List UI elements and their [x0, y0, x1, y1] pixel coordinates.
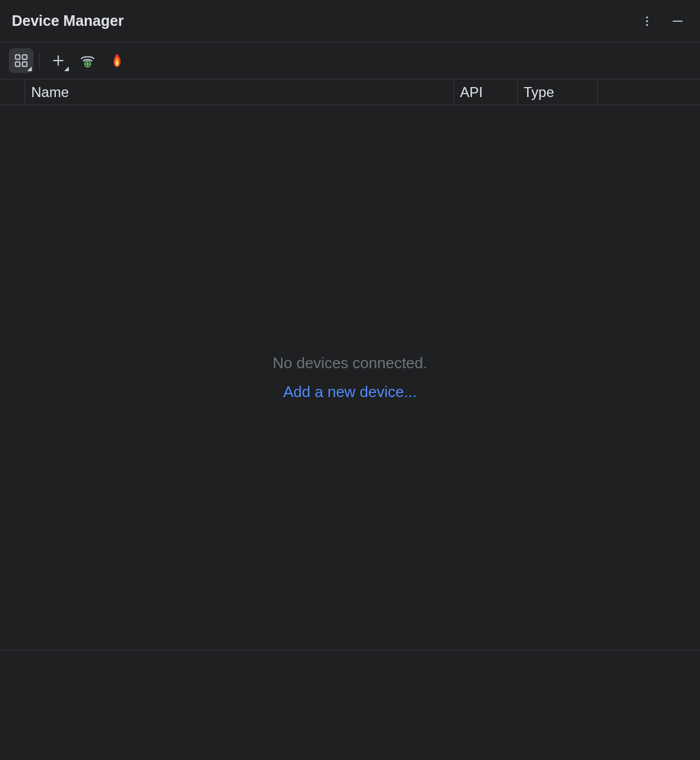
minimize-button[interactable]: [667, 11, 688, 32]
wifi-add-icon: [79, 52, 96, 69]
svg-rect-4: [15, 55, 20, 59]
svg-rect-5: [22, 55, 27, 59]
panel-title: Device Manager: [12, 12, 124, 29]
column-api[interactable]: API: [454, 79, 518, 105]
empty-state: No devices connected. Add a new device..…: [0, 105, 700, 651]
svg-point-1: [646, 20, 648, 22]
more-vertical-icon: [641, 15, 654, 28]
flame-icon: [110, 52, 124, 69]
pair-wifi-button[interactable]: [75, 48, 100, 73]
svg-rect-6: [15, 62, 20, 66]
column-expand: [0, 79, 25, 105]
expand-marker-icon: [27, 66, 32, 71]
svg-point-2: [646, 24, 648, 25]
firebase-button[interactable]: [105, 48, 129, 73]
panel-footer: [0, 651, 700, 760]
toolbar-separator: [39, 52, 40, 69]
column-type[interactable]: Type: [518, 79, 598, 105]
more-options-button[interactable]: [636, 11, 658, 32]
titlebar-actions: [636, 11, 688, 32]
panel-titlebar: Device Manager: [0, 0, 700, 42]
expand-marker-icon: [64, 66, 69, 71]
minimize-icon: [671, 15, 684, 28]
table-header: Name API Type: [0, 79, 700, 105]
svg-rect-7: [22, 62, 27, 66]
empty-message: No devices connected.: [272, 354, 427, 372]
column-name[interactable]: Name: [25, 79, 454, 105]
device-explorer-button[interactable]: [9, 48, 34, 73]
add-device-button[interactable]: [46, 48, 71, 73]
column-actions: [598, 79, 700, 105]
add-device-link[interactable]: Add a new device...: [284, 383, 417, 401]
svg-point-0: [646, 16, 648, 18]
toolbar: [0, 42, 700, 79]
